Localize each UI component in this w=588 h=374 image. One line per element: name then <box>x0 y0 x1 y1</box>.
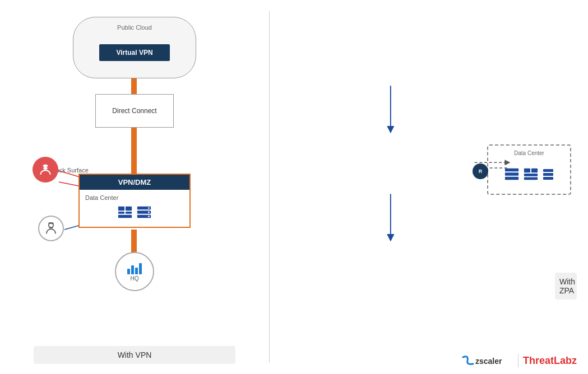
with-vpn-label: With VPN <box>118 350 152 359</box>
svg-rect-42 <box>543 177 553 180</box>
datacenter-label: Data Center <box>85 194 184 201</box>
svg-rect-39 <box>524 177 538 180</box>
logo-divider <box>518 354 518 367</box>
dc-server-1 <box>504 166 520 182</box>
with-zpa-banner: With ZPA <box>555 273 577 300</box>
dc-server-3 <box>542 168 554 180</box>
svg-rect-37 <box>531 169 538 172</box>
main-container: Public Cloud Virtual VPN Direct Connect … <box>0 0 588 374</box>
with-vpn-banner: With VPN <box>34 346 235 364</box>
hq-bars-icon <box>127 262 142 274</box>
logo-area: zscaler ThreatLabz <box>457 353 577 368</box>
server-icon-2 <box>136 204 152 220</box>
right-diagram: Private Apps <box>269 6 588 330</box>
svg-rect-14 <box>126 207 132 211</box>
svg-rect-40 <box>543 169 553 172</box>
server-icon-1 <box>117 204 133 220</box>
svg-point-20 <box>148 207 150 209</box>
svg-rect-13 <box>118 212 124 214</box>
svg-text:zscaler: zscaler <box>475 357 502 366</box>
svg-point-22 <box>148 216 150 217</box>
virtual-vpn-box: Virtual VPN <box>99 44 169 61</box>
dc-server-2 <box>523 166 539 182</box>
zscaler-logo: zscaler <box>457 353 513 368</box>
svg-point-21 <box>148 212 150 213</box>
svg-rect-36 <box>524 169 530 172</box>
svg-rect-10 <box>48 223 53 224</box>
svg-rect-41 <box>543 173 553 176</box>
hq-circle: HQ <box>115 252 154 291</box>
worker-icon <box>38 216 64 241</box>
right-panel: Private Apps <box>269 0 588 374</box>
hacker-icon <box>33 157 58 183</box>
r-circle: R <box>473 163 488 179</box>
vpndmz-header: VPN/DMZ <box>80 175 189 190</box>
zscaler-logo-svg: zscaler <box>457 353 513 368</box>
virtual-vpn-label: Virtual VPN <box>116 49 152 57</box>
threatlabz-label: ThreatLabz <box>523 355 577 367</box>
dc-icons-row <box>504 166 554 182</box>
direct-connect-box: Direct Connect <box>95 94 174 128</box>
direct-connect-label: Direct Connect <box>112 107 156 115</box>
svg-rect-16 <box>118 215 132 218</box>
public-cloud: Public Cloud Virtual VPN <box>73 17 196 78</box>
svg-point-8 <box>47 167 48 168</box>
svg-rect-38 <box>524 174 538 176</box>
vpndmz-body: Data Center <box>80 190 189 227</box>
r-label: R <box>479 169 483 174</box>
vpndmz-box: VPN/DMZ Data Center <box>78 174 191 228</box>
svg-rect-12 <box>118 207 124 211</box>
data-center-box: Data Center <box>487 144 571 195</box>
svg-rect-35 <box>505 177 518 180</box>
public-cloud-label: Public Cloud <box>73 24 196 31</box>
svg-point-7 <box>43 167 44 168</box>
left-diagram: Public Cloud Virtual VPN Direct Connect … <box>17 11 252 336</box>
svg-rect-34 <box>505 172 518 176</box>
svg-rect-33 <box>505 169 518 172</box>
data-center-label: Data Center <box>514 150 544 156</box>
left-panel: Public Cloud Virtual VPN Direct Connect … <box>0 0 269 374</box>
svg-rect-15 <box>126 212 132 214</box>
with-zpa-label: With ZPA <box>559 277 575 295</box>
hq-label: HQ <box>131 275 139 282</box>
server-icons-row <box>85 204 184 220</box>
vpndmz-label: VPN/DMZ <box>118 178 151 186</box>
